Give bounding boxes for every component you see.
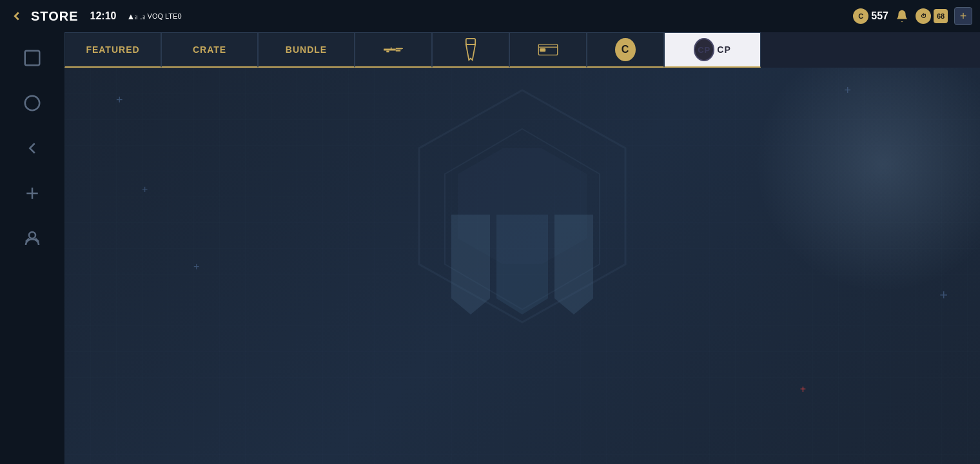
- svg-marker-24: [554, 215, 593, 314]
- cp-icon: CP: [694, 39, 714, 60]
- crosshair-midright: +: [800, 383, 806, 395]
- glow-effect: [754, 68, 980, 293]
- svg-marker-22: [451, 215, 490, 314]
- status-left: STORE 12:10 ▲ᵢₗ .ᵢₗ VOQ LTE0: [8, 7, 182, 25]
- signal-icons: ▲ᵢₗ .ᵢₗ VOQ LTE0: [121, 12, 181, 21]
- time-display: 12:10: [90, 10, 117, 22]
- tab-c-currency[interactable]: C: [587, 32, 664, 68]
- svg-rect-0: [25, 51, 40, 66]
- back-button[interactable]: [8, 7, 26, 25]
- timer-value: 68: [934, 9, 948, 23]
- svg-marker-23: [496, 215, 548, 314]
- center-emblem: [432, 208, 612, 324]
- svg-marker-14: [466, 44, 475, 60]
- timer-icon: ⏱: [916, 8, 931, 24]
- svg-rect-17: [540, 49, 545, 52]
- person-icon[interactable]: [19, 226, 45, 251]
- tab-cp-label: CP: [717, 44, 730, 55]
- tab-cp[interactable]: CP CP: [664, 32, 761, 68]
- svg-rect-12: [401, 48, 403, 49]
- left-sidebar: [0, 32, 64, 464]
- square-icon[interactable]: [19, 45, 45, 71]
- gun-icon: [383, 39, 404, 60]
- tab-bundle[interactable]: BUNDLE: [258, 32, 355, 68]
- status-bar: STORE 12:10 ▲ᵢₗ .ᵢₗ VOQ LTE0 C 557 ⏱ 68 …: [0, 0, 980, 32]
- status-right: C 557 ⏱ 68 +: [853, 7, 972, 25]
- crosshair-topleft: +: [116, 93, 123, 107]
- tab-outfit[interactable]: [432, 32, 509, 68]
- svg-point-4: [29, 232, 35, 238]
- mw-logo: [432, 208, 612, 324]
- signal-bars: ▲ᵢₗ .ᵢₗ: [126, 12, 144, 21]
- tab-crate[interactable]: CRATE: [161, 32, 258, 68]
- tab-featured-label: FEATURED: [86, 44, 139, 55]
- svg-point-1: [25, 96, 40, 111]
- svg-rect-10: [386, 51, 389, 53]
- cod-currency-value: 557: [871, 10, 888, 22]
- svg-rect-13: [466, 39, 475, 44]
- tie-icon: [460, 39, 481, 60]
- add-button[interactable]: +: [954, 7, 972, 25]
- tab-bundle-label: BUNDLE: [286, 44, 327, 55]
- timer-currency-badge: ⏱ 68: [916, 8, 948, 24]
- crosshair-topright: +: [844, 84, 851, 97]
- c-currency-icon: C: [615, 39, 636, 60]
- plus-icon[interactable]: [19, 180, 45, 206]
- crosshair-bottomleft: +: [142, 184, 148, 195]
- network-type: VOQ LTE0: [148, 12, 182, 20]
- svg-rect-7: [384, 48, 396, 50]
- cod-currency-icon: C: [853, 8, 868, 24]
- tab-featured[interactable]: FEATURED: [64, 32, 161, 68]
- tab-crate-label: CRATE: [193, 44, 226, 55]
- crosshair-right: +: [939, 287, 948, 304]
- svg-rect-9: [396, 50, 400, 52]
- tab-card[interactable]: [509, 32, 587, 68]
- main-content: + + + + + +: [64, 68, 980, 464]
- cod-currency-badge: C 557: [853, 8, 888, 24]
- bell-icon: [895, 9, 909, 23]
- tab-weapon[interactable]: [355, 32, 432, 68]
- store-title: STORE: [31, 9, 79, 24]
- tab-bar: FEATURED CRATE BUNDLE: [64, 32, 980, 68]
- crosshair-mid: +: [193, 261, 199, 273]
- card-icon: [538, 39, 558, 60]
- back-gesture-icon[interactable]: [19, 135, 45, 161]
- svg-rect-11: [391, 48, 392, 49]
- circle-icon[interactable]: [19, 90, 45, 116]
